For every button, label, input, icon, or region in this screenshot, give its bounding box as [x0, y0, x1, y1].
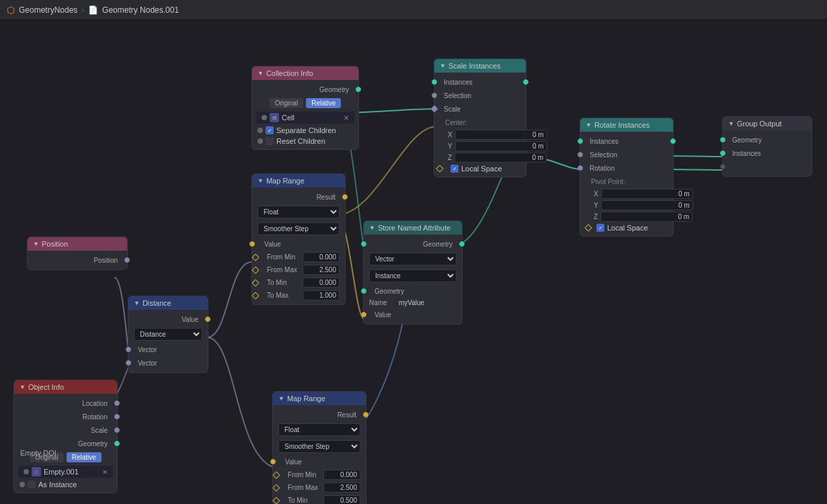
sep-checkbox[interactable]: ✓: [266, 126, 274, 134]
app-name: GeometryNodes: [19, 5, 77, 15]
geometry-output-socket: [356, 87, 361, 92]
to-max-label: To Max: [258, 292, 303, 299]
scale-instances-header: ▼ Scale Instances: [434, 59, 526, 73]
smoother-step-dropdown[interactable]: Smoother Step: [258, 222, 340, 235]
go-geometry-row: Geometry: [723, 133, 812, 146]
to-min-input[interactable]: [303, 278, 340, 288]
collapse-arrow[interactable]: ▼: [440, 62, 446, 69]
to-min-input2[interactable]: [323, 495, 360, 504]
relative-toggle[interactable]: Relative: [306, 98, 341, 108]
local-space-checkbox[interactable]: ✓: [450, 165, 459, 173]
to-min-row2: To Min: [273, 494, 366, 504]
distance-dropdown[interactable]: Distance: [134, 328, 202, 341]
instance-dropdown[interactable]: Instance: [369, 269, 457, 282]
name-row: Name myValue: [364, 298, 462, 308]
reset-label: Reset Children: [276, 137, 325, 145]
collapse-arrow[interactable]: ▼: [369, 224, 375, 231]
collapse-arrow[interactable]: ▼: [19, 384, 26, 390]
ri-y-label: Y: [594, 202, 598, 209]
smoother-step-dropdown2[interactable]: Smoother Step: [278, 440, 360, 453]
collapse-arrow[interactable]: ▼: [586, 122, 592, 128]
ri-y-input[interactable]: [601, 200, 693, 210]
oi-scale-row: Scale: [14, 423, 117, 437]
to-max-input[interactable]: [303, 290, 340, 300]
sna-geometry-socket: [361, 241, 366, 247]
collection-info-header: ▼ Collection Info: [252, 67, 358, 80]
center-x-input[interactable]: [455, 130, 547, 140]
ri-x-input[interactable]: [601, 189, 693, 199]
sna-geometry-label: Geometry: [369, 241, 457, 248]
ri-z-input[interactable]: [600, 212, 693, 222]
separate-label: Separate Children: [276, 126, 336, 134]
float-dropdown2[interactable]: Float: [278, 423, 360, 436]
result-row: Result: [252, 190, 345, 204]
collection-info-title: Collection Info: [266, 69, 313, 77]
collapse-arrow[interactable]: ▼: [33, 241, 39, 247]
object-info-header: ▼ Object Info: [14, 380, 117, 394]
ri-local-space-checkbox[interactable]: ✓: [596, 224, 604, 232]
distance-node: ▼ Distance Value Distance Vector Vector: [128, 296, 208, 373]
collapse-arrow[interactable]: ▼: [258, 177, 264, 184]
oi-scale-label: Scale: [19, 427, 112, 434]
center-y-input[interactable]: [455, 141, 547, 151]
reset-checkbox[interactable]: [266, 137, 274, 145]
from-max-input[interactable]: [303, 265, 340, 275]
reset-dot: [258, 138, 263, 144]
cell-row: ⊞ Cell ✕: [256, 112, 354, 124]
vector-dropdown[interactable]: Vector: [369, 253, 457, 265]
map-range-1-header: ▼ Map Range: [252, 174, 345, 187]
instances-input-socket: [432, 79, 437, 85]
sna-geometry-row: Geometry: [364, 237, 462, 251]
float-dropdown[interactable]: Float: [258, 206, 340, 218]
geometry-output-row: Geometry: [252, 83, 358, 96]
smoother-step-dropdown-row2: Smoother Step: [273, 438, 366, 455]
to-min-row: To Min: [252, 276, 345, 289]
position-header: ▼ Position: [28, 237, 127, 251]
x-label: X: [448, 131, 452, 138]
group-output-node: ▼ Group Output Geometry Instances: [722, 116, 812, 177]
oi-as-instance-dot: [19, 482, 25, 487]
scale-row: Scale: [434, 102, 526, 116]
ri-rotation-label: Rotation: [586, 165, 668, 172]
oi-empty-close[interactable]: ✕: [102, 468, 108, 476]
store-named-attr-node: ▼ Store Named Attribute Geometry Vector …: [363, 220, 463, 325]
collapse-arrow[interactable]: ▼: [258, 70, 264, 77]
collapse-arrow[interactable]: ▼: [728, 120, 734, 127]
group-output-header: ▼ Group Output: [723, 117, 812, 130]
oi-relative-toggle[interactable]: Relative: [67, 452, 102, 462]
result-label: Result: [258, 194, 340, 201]
collapse-arrow[interactable]: ▼: [278, 395, 284, 402]
cell-close-button[interactable]: ✕: [344, 114, 349, 122]
map-range-1-node: ▼ Map Range Result Float Smoother Step V…: [251, 173, 346, 305]
collapse-arrow[interactable]: ▼: [134, 300, 140, 306]
distance-body: Value Distance Vector Vector: [128, 310, 208, 372]
oi-geometry-row: Geometry: [14, 437, 117, 450]
from-min-input[interactable]: [303, 252, 340, 262]
store-named-attr-header: ▼ Store Named Attribute: [364, 221, 462, 235]
store-named-attr-title: Store Named Attribute: [378, 224, 450, 232]
go-instances-socket: [720, 151, 725, 156]
from-max-input2[interactable]: [323, 482, 360, 493]
center-z-input[interactable]: [455, 153, 547, 163]
oi-empty-label: Empty.001: [44, 468, 79, 476]
z-label: Z: [448, 154, 452, 161]
ri-rotation-socket: [578, 165, 583, 171]
value-label: Value: [134, 316, 202, 323]
sna-value-label: Value: [369, 311, 457, 319]
sna-value-row: Value: [364, 308, 462, 321]
rotate-instances-title: Rotate Instances: [594, 121, 650, 129]
y-label: Y: [448, 142, 452, 150]
name-value: myValue: [399, 299, 424, 306]
original-toggle[interactable]: Original: [270, 98, 303, 108]
from-min-input2[interactable]: [323, 470, 360, 480]
result-label2: Result: [278, 411, 360, 419]
oi-as-instance-checkbox[interactable]: [28, 480, 36, 489]
map-range-2-node: ▼ Map Range Result Float Smoother Step V…: [272, 391, 366, 504]
position-title: Position: [42, 240, 68, 248]
ri-local-space-row: ✓ Local Space: [580, 222, 673, 233]
map-range-1-title: Map Range: [266, 177, 305, 185]
reset-children-row: Reset Children: [252, 136, 358, 146]
ri-x-row: X: [580, 188, 673, 200]
oi-rotation-row: Rotation: [14, 410, 117, 423]
ri-instances-in-socket: [578, 138, 583, 144]
